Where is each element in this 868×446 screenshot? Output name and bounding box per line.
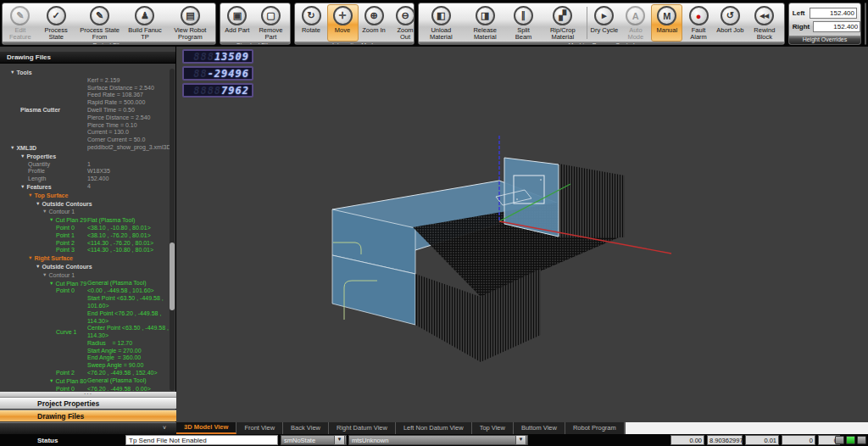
- move-button[interactable]: ✛Move: [327, 4, 359, 42]
- status-field-2: 0.01: [745, 435, 779, 445]
- tab-left-non-datum-view[interactable]: Left Non Datum View: [396, 422, 472, 434]
- unload-material-icon: ◧: [431, 6, 451, 25]
- rewind-block-button[interactable]: ◀◀Rewind Block: [746, 4, 783, 42]
- tree-row-point-0[interactable]: Point 0<38.10 , -10.80 , 80.01>: [0, 225, 170, 232]
- tree-row-properties[interactable]: ▼Properties: [0, 153, 170, 161]
- drawing-files-bar[interactable]: Drawing Files: [0, 410, 176, 421]
- feature-tree[interactable]: ▼ToolsPlasma CutterKerf = 2.159 Surface …: [0, 69, 170, 391]
- rip-crop-material-button[interactable]: ▞Rip/Crop Material: [539, 4, 586, 42]
- mode-dropdown[interactable]: mtsUnknown ▼: [348, 435, 528, 445]
- tree-expand-icon[interactable]: ▼: [49, 281, 53, 286]
- tree-row-plasma-cutter[interactable]: Plasma CutterKerf = 2.159 Surface Distan…: [0, 77, 170, 144]
- tree-expand-icon[interactable]: ▼: [10, 70, 14, 75]
- auto-mode-button[interactable]: AAuto Mode: [620, 4, 651, 42]
- button-label: Zoom In: [362, 27, 386, 34]
- abort-job-button[interactable]: ↺Abort Job: [715, 4, 746, 42]
- tree-expand-icon[interactable]: ▼: [42, 209, 47, 214]
- tree-expand-icon[interactable]: ▼: [36, 201, 40, 206]
- tab-front-view[interactable]: Front View: [236, 422, 283, 434]
- tree-row-cut-plan-79[interactable]: ▼Cut Plan 79General (Plasma Tool): [0, 280, 170, 288]
- tree-row-outside-contours[interactable]: ▼Outside Contours: [0, 200, 170, 209]
- fault-alarm-button[interactable]: ●Fault Alarm: [682, 4, 714, 42]
- tree-expand-icon[interactable]: ▼: [28, 192, 32, 198]
- tab-3d-model-view[interactable]: 3D Model View: [176, 422, 236, 434]
- tree-row-curve-1[interactable]: Curve 1Start Point <63.50 , -449.58 , 10…: [0, 295, 170, 370]
- tree-row-point-1[interactable]: Point 1<38.10 , -76.20 , 80.01>: [0, 232, 170, 240]
- tree-expand-icon[interactable]: ▼: [42, 272, 47, 277]
- tree-row-top-surface[interactable]: ▼Top Surface: [0, 192, 170, 200]
- tree-row-features[interactable]: ▼Features4: [0, 183, 170, 192]
- split-beam-button[interactable]: ∥Split Beam: [508, 4, 539, 42]
- state-dropdown[interactable]: smNoState ▼: [281, 435, 347, 445]
- process-state-from-button[interactable]: ✎Process State From: [75, 4, 125, 42]
- status-bar: Status Tp Send File Not Enabled smNoStat…: [0, 434, 868, 446]
- tab-back-view[interactable]: Back View: [283, 422, 329, 434]
- tree-label: Curve 1: [0, 329, 87, 337]
- tree-expand-icon[interactable]: ▼: [28, 255, 32, 260]
- tree-expand-icon[interactable]: ▼: [20, 153, 25, 159]
- tree-row-tools[interactable]: ▼Tools: [0, 69, 170, 77]
- project-properties-bar[interactable]: Project Properties: [0, 397, 176, 409]
- tree-label: Quantity: [0, 161, 87, 169]
- tree-expand-icon[interactable]: ▼: [49, 378, 53, 383]
- dry-cycle-button[interactable]: ▸Dry Cycle: [588, 4, 620, 42]
- tree-row-contour-1[interactable]: ▼Contour 1: [0, 271, 170, 280]
- tree-label: ▼Cut Plan 80: [0, 377, 87, 386]
- right-height-input[interactable]: [813, 21, 860, 32]
- tree-row-cut-plan-29[interactable]: ▼Cut Plan 29Flat (Plasma Tool): [0, 216, 170, 225]
- tree-scrollbar-thumb[interactable]: [170, 243, 175, 310]
- tree-value: peddibot2_show_prog_3.xml3D: [87, 144, 170, 152]
- tree-row-contour-1[interactable]: ▼Contour 1: [0, 208, 170, 216]
- tree-row-length[interactable]: Length152.400: [0, 176, 170, 183]
- tab-right-datum-view[interactable]: Right Datum View: [329, 422, 396, 434]
- panel-collapse-strip[interactable]: ˅: [0, 422, 176, 434]
- tab-top-view[interactable]: Top View: [472, 422, 514, 434]
- ribbon-group-interactive-mode: ↻Rotate✛Move⊕Zoom In⊖Zoom OutInteractive…: [294, 3, 415, 45]
- rotate-button[interactable]: ↻Rotate: [296, 4, 327, 42]
- zoom-out-button[interactable]: ⊖Zoom Out: [390, 4, 415, 42]
- tree-label: ▼Tools: [0, 69, 87, 77]
- tree-row-point-2[interactable]: Point 2<114.30 , -76.20 , 80.01>: [0, 240, 170, 248]
- unload-material-button[interactable]: ◧Unload Material: [420, 4, 462, 42]
- button-label: Fault Alarm: [684, 27, 712, 41]
- tab-buttom-view[interactable]: Buttom View: [514, 422, 565, 434]
- tree-row-right-surface[interactable]: ▼Right Surface: [0, 254, 170, 263]
- tree-value: 4: [87, 183, 170, 191]
- tree-expand-icon[interactable]: ▼: [36, 264, 40, 269]
- tree-row-profile[interactable]: ProfileW18X35: [0, 168, 170, 176]
- application-window: ✎Edit Feature✓Process State✎Process Stat…: [0, 0, 868, 446]
- tree-label: Point 2: [0, 240, 87, 248]
- chevron-down-icon[interactable]: ▼: [334, 435, 345, 445]
- release-material-button[interactable]: ◨Release Material: [462, 4, 508, 42]
- ribbon-group-structual-files: ▣Add Part▢Remove PartStructual Files: [220, 3, 290, 45]
- left-height-input[interactable]: [810, 8, 857, 19]
- tree-expand-icon[interactable]: ▼: [20, 184, 25, 189]
- add-part-button[interactable]: ▣Add Part: [221, 4, 253, 42]
- 3d-viewport[interactable]: 88813509 88-29496 88887962: [176, 47, 868, 422]
- build-fanuc-tp-button[interactable]: ♟Build Fanuc TP: [125, 4, 166, 42]
- tree-value: General (Plasma Tool): [87, 377, 170, 385]
- tree-row-cut-plan-80[interactable]: ▼Cut Plan 80General (Plasma Tool): [0, 377, 170, 386]
- tree-row-point-3[interactable]: Point 3<114.30 , -10.80 , 80.01>: [0, 247, 170, 254]
- tree-expand-icon[interactable]: ▼: [10, 145, 14, 150]
- mesh-right-block: [559, 164, 625, 237]
- status-field-3: 0: [782, 435, 815, 445]
- edit-feature-button[interactable]: ✎Edit Feature: [3, 4, 37, 42]
- tab-robot-program[interactable]: Robot Program: [565, 422, 625, 434]
- status-message-field: Tp Send File Not Enabled: [125, 435, 278, 445]
- tree-expand-icon[interactable]: ▼: [49, 217, 53, 222]
- zoom-in-button[interactable]: ⊕Zoom In: [359, 4, 390, 42]
- tree-row-outside-contours[interactable]: ▼Outside Contours: [0, 263, 170, 271]
- tree-row-quantity[interactable]: Quantity1: [0, 161, 170, 169]
- tree-row-point-2[interactable]: Point 2<76.20 , -449.58 , 152.40>: [0, 370, 170, 377]
- tree-label: ▼Outside Contours: [0, 200, 87, 209]
- view-robot-program-button[interactable]: ▤View Robot Program: [165, 4, 214, 42]
- remove-part-button[interactable]: ▢Remove Part: [253, 4, 288, 42]
- rotate-icon: ↻: [302, 6, 321, 25]
- process-state-button[interactable]: ✓Process State: [37, 4, 75, 42]
- manual-button[interactable]: MManual: [651, 4, 682, 42]
- tree-row-point-0[interactable]: Point 0<0.00 , -449.58 , 101.60>: [0, 287, 170, 295]
- tree-row-xml3d[interactable]: ▼XML3Dpeddibot2_show_prog_3.xml3D: [0, 144, 170, 153]
- chevron-down-icon[interactable]: ▼: [515, 435, 526, 445]
- tree-scrollbar[interactable]: [170, 69, 175, 391]
